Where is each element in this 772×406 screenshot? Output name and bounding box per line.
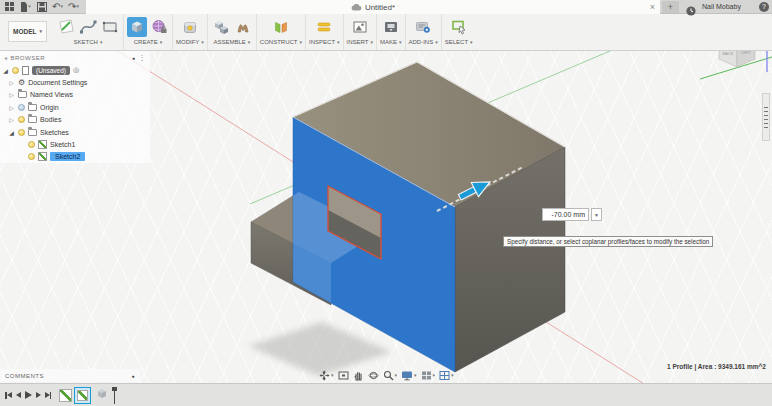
construct-plane-icon[interactable] xyxy=(271,17,291,37)
rectangle-tool-icon[interactable] xyxy=(100,17,120,37)
undo-icon[interactable]: ↶▾ xyxy=(51,1,64,13)
item-label[interactable]: Origin xyxy=(40,104,59,111)
selected-item-label[interactable]: Sketch2 xyxy=(50,152,85,161)
panel-menu-icon[interactable]: ⋮ xyxy=(139,54,147,62)
right-edge-tab[interactable] xyxy=(762,93,770,141)
timeline-extrude-feature-pending[interactable] xyxy=(95,386,109,404)
viewports-icon[interactable]: ▾ xyxy=(438,370,455,381)
display-settings-icon[interactable]: ▾ xyxy=(400,370,418,381)
pan-icon[interactable]: ▾ xyxy=(318,370,335,381)
joint-tool-icon[interactable] xyxy=(211,17,231,37)
browser-header[interactable]: ◂ BROWSER ● ⋮ xyxy=(0,51,150,64)
layout-grid-icon[interactable]: ▾ xyxy=(420,370,437,381)
create-form-icon[interactable] xyxy=(149,17,169,37)
item-label[interactable]: Bodies xyxy=(40,116,61,123)
extrude-tool-icon[interactable] xyxy=(127,17,147,37)
collapsed-arrow-icon[interactable]: ▷ xyxy=(8,79,15,86)
toolbar-group-sketch: SKETCH▾ xyxy=(53,14,124,50)
visibility-bulb-icon[interactable] xyxy=(28,153,35,160)
sketch-menu[interactable]: SKETCH▾ xyxy=(74,39,103,45)
browser-item-sketch2[interactable]: Sketch2 xyxy=(0,151,150,163)
expanded-arrow-icon[interactable]: ◢ xyxy=(8,129,15,136)
modify-menu[interactable]: MODIFY▾ xyxy=(176,39,204,45)
document-title: Untitled* xyxy=(365,3,395,12)
inspect-menu[interactable]: INSPECT▾ xyxy=(309,39,340,45)
visibility-bulb-icon[interactable] xyxy=(18,129,25,136)
fit-view-icon[interactable] xyxy=(337,370,350,381)
browser-item-named-views[interactable]: ▷ Named Views xyxy=(0,89,150,101)
item-label[interactable]: Named Views xyxy=(30,91,73,98)
toolbar-group-assemble: ASSEMBLE▾ xyxy=(208,14,257,50)
play-button[interactable] xyxy=(25,391,32,399)
browser-panel: ◂ BROWSER ● ⋮ ◢ (Unsaved) ◎ ▷ ⚙ Document… xyxy=(0,51,150,163)
press-pull-icon[interactable] xyxy=(180,17,200,37)
visibility-bulb-icon[interactable] xyxy=(18,104,25,111)
ground-shadow xyxy=(248,322,392,376)
activate-component-icon[interactable]: ◎ xyxy=(73,66,79,74)
save-icon[interactable] xyxy=(35,1,48,13)
data-panel-icon[interactable] xyxy=(3,1,16,13)
step-back-button[interactable] xyxy=(16,392,21,398)
viewcube-left-label[interactable]: BACK xyxy=(723,51,734,56)
recent-files-icon[interactable] xyxy=(686,2,696,20)
select-tool-icon[interactable] xyxy=(449,17,469,37)
item-label[interactable]: Document Settings xyxy=(28,79,87,86)
skip-to-end-button[interactable] xyxy=(45,392,52,399)
comments-panel[interactable]: COMMENTS ● xyxy=(0,369,140,382)
make-3dprint-icon[interactable] xyxy=(381,17,401,37)
measure-tool-icon[interactable] xyxy=(314,17,334,37)
file-menu-icon[interactable]: ▾ xyxy=(19,1,32,13)
skip-to-start-button[interactable] xyxy=(5,392,12,399)
select-menu[interactable]: SELECT▾ xyxy=(445,39,473,45)
collapsed-arrow-icon[interactable]: ▷ xyxy=(8,91,15,98)
expanded-arrow-icon[interactable]: ◢ xyxy=(2,67,9,74)
orbit-icon[interactable] xyxy=(367,370,380,381)
create-sketch-icon[interactable] xyxy=(56,17,76,37)
pan-hand-icon[interactable] xyxy=(352,370,365,381)
insert-image-icon[interactable] xyxy=(350,17,370,37)
timeline-sketch2-feature-selected[interactable] xyxy=(74,387,91,404)
zoom-icon[interactable]: ▾ xyxy=(382,370,399,381)
redo-icon[interactable]: ↷▾ xyxy=(67,1,80,13)
make-menu[interactable]: MAKE▾ xyxy=(380,39,402,45)
distance-spinner[interactable]: ▼ xyxy=(591,208,602,221)
browser-item-origin[interactable]: ▷ Origin xyxy=(0,101,150,113)
timeline-position-marker[interactable] xyxy=(112,387,117,404)
panel-dot-icon[interactable]: ● xyxy=(132,55,136,61)
visibility-bulb-icon[interactable] xyxy=(12,67,19,74)
new-document-button[interactable]: + xyxy=(662,1,679,13)
browser-item-root[interactable]: ◢ (Unsaved) ◎ xyxy=(0,64,150,76)
workspace-selector[interactable]: MODEL▾ xyxy=(8,21,47,42)
step-forward-button[interactable] xyxy=(36,392,41,398)
item-label[interactable]: Sketch1 xyxy=(50,141,75,148)
root-label[interactable]: (Unsaved) xyxy=(32,66,70,75)
collapsed-arrow-icon[interactable]: ▷ xyxy=(8,116,15,123)
browser-item-bodies[interactable]: ▷ Bodies xyxy=(0,114,150,126)
addins-menu[interactable]: ADD-INS▾ xyxy=(409,39,438,45)
collapsed-arrow-icon[interactable]: ▷ xyxy=(8,104,15,111)
timeline-sketch1-feature[interactable] xyxy=(59,389,72,402)
addins-scripts-icon[interactable] xyxy=(413,17,433,37)
construct-menu[interactable]: CONSTRUCT▾ xyxy=(260,39,302,45)
browser-item-sketch1[interactable]: Sketch1 xyxy=(0,138,150,150)
spline-tool-icon[interactable] xyxy=(78,17,98,37)
visibility-bulb-icon[interactable] xyxy=(18,116,25,123)
distance-input[interactable]: -70.00 mm xyxy=(542,208,589,221)
insert-menu[interactable]: INSERT▾ xyxy=(347,39,373,45)
visibility-bulb-icon[interactable] xyxy=(28,141,35,148)
browser-item-sketches[interactable]: ◢ Sketches xyxy=(0,126,150,138)
document-tab[interactable]: Untitled* × xyxy=(86,0,660,14)
assemble-menu[interactable]: ASSEMBLE▾ xyxy=(213,39,250,45)
help-button[interactable]: ? xyxy=(759,2,769,12)
joint-origin-icon[interactable] xyxy=(233,17,253,37)
panel-dot-icon[interactable]: ● xyxy=(131,373,135,379)
user-name[interactable]: Nail Mobaby xyxy=(702,3,741,10)
chevron-down-icon: ▾ xyxy=(300,40,303,45)
browser-item-document-settings[interactable]: ▷ ⚙ Document Settings xyxy=(0,76,150,88)
item-label[interactable]: Sketches xyxy=(40,129,69,136)
collapse-panel-icon[interactable]: ◂ xyxy=(4,54,8,61)
chevron-down-icon: ▾ xyxy=(248,40,251,45)
toolbar-group-make: MAKE▾ xyxy=(377,14,406,50)
create-menu[interactable]: CREATE▾ xyxy=(134,39,162,45)
close-tab-icon[interactable]: × xyxy=(650,0,655,14)
